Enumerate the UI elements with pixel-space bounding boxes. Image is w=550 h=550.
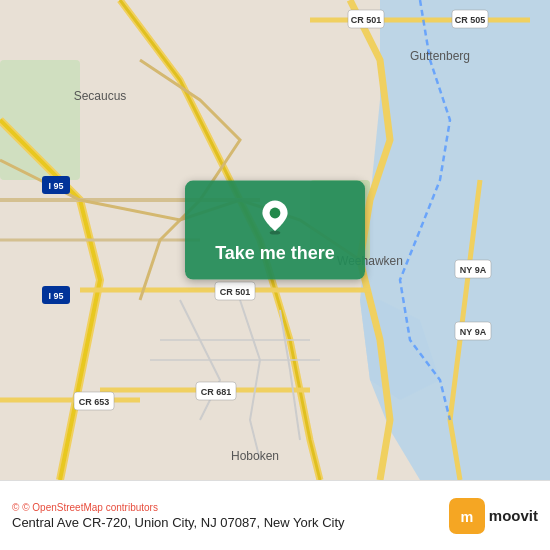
svg-text:NY 9A: NY 9A: [460, 327, 487, 337]
svg-text:Secaucus: Secaucus: [74, 89, 127, 103]
osm-credit: © © OpenStreetMap contributors: [12, 502, 439, 513]
copyright-symbol: ©: [12, 502, 19, 513]
moovit-logo: m moovit: [449, 498, 538, 534]
bottom-info-bar: © © OpenStreetMap contributors Central A…: [0, 480, 550, 550]
svg-text:m: m: [460, 509, 473, 525]
svg-point-36: [270, 231, 281, 235]
moovit-label: moovit: [489, 507, 538, 524]
svg-text:I 95: I 95: [48, 291, 63, 301]
svg-text:CR 653: CR 653: [79, 397, 110, 407]
svg-point-37: [270, 208, 281, 219]
osm-credit-text: © OpenStreetMap contributors: [22, 502, 158, 513]
svg-text:Hoboken: Hoboken: [231, 449, 279, 463]
svg-text:CR 501: CR 501: [351, 15, 382, 25]
svg-text:NY 9A: NY 9A: [460, 265, 487, 275]
svg-text:CR 505: CR 505: [455, 15, 486, 25]
take-me-there-button[interactable]: Take me there: [185, 181, 365, 280]
svg-text:CR 501: CR 501: [220, 287, 251, 297]
svg-text:I 95: I 95: [48, 181, 63, 191]
address-text: Central Ave CR-720, Union City, NJ 07087…: [12, 515, 439, 530]
address-info: © © OpenStreetMap contributors Central A…: [12, 502, 439, 530]
svg-text:Guttenberg: Guttenberg: [410, 49, 470, 63]
take-me-there-label: Take me there: [215, 243, 335, 264]
map-area: CR 501 CR 505 I 95 I 95 CR 501 NY 9A NY …: [0, 0, 550, 480]
moovit-icon: m: [449, 498, 485, 534]
svg-text:CR 681: CR 681: [201, 387, 232, 397]
location-pin-icon: [257, 199, 293, 235]
